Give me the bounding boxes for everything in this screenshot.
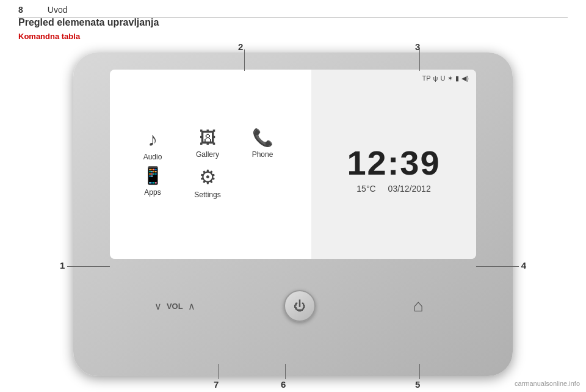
- apps-icon: 📱: [142, 167, 164, 184]
- battery-icon: ▮: [455, 74, 459, 82]
- icon-row-1: ♪ Audio 🖼 Gallery 📞 Phone: [122, 129, 299, 161]
- callout-4: 4: [521, 260, 526, 270]
- vol-label: VOL: [167, 302, 183, 311]
- callout-1: 1: [60, 260, 65, 270]
- screen-left-panel: ♪ Audio 🖼 Gallery 📞 Phone 📱: [110, 70, 311, 259]
- gallery-icon-item[interactable]: 🖼 Gallery: [189, 129, 226, 161]
- status-bar: TP ψ U ✶ ▮ ◀): [319, 74, 469, 82]
- power-icon: ⏻: [294, 299, 306, 313]
- settings-icon: ⚙: [199, 167, 217, 187]
- screen: ♪ Audio 🖼 Gallery 📞 Phone 📱: [110, 70, 476, 259]
- gallery-label: Gallery: [196, 150, 219, 159]
- power-button[interactable]: ⏻: [284, 290, 316, 322]
- apps-label: Apps: [144, 188, 161, 197]
- audio-icon-item[interactable]: ♪ Audio: [134, 129, 171, 161]
- audio-label: Audio: [143, 153, 162, 161]
- usb-icon: U: [440, 74, 445, 82]
- callout-4-line: [476, 266, 519, 267]
- vol-control: ∨ VOL ∧: [154, 300, 195, 312]
- callout-3-line: [419, 49, 420, 71]
- callout-7-line: [218, 364, 219, 379]
- phone-icon-item[interactable]: 📞 Phone: [244, 129, 281, 161]
- settings-icon-item[interactable]: ⚙ Settings: [189, 167, 226, 199]
- tp-status: TP: [422, 74, 430, 82]
- page-number: 8: [18, 5, 23, 15]
- temperature-display: 15°C: [356, 184, 375, 194]
- callout-1-line: [67, 266, 110, 267]
- section-subtitle: Komandna tabla: [18, 32, 80, 41]
- date-display: 03/12/2012: [388, 184, 431, 194]
- callout-6-line: [285, 364, 286, 379]
- phone-label: Phone: [252, 150, 273, 159]
- audio-icon: ♪: [148, 129, 157, 149]
- screen-right-panel: TP ψ U ✶ ▮ ◀) 12:39 15°C 03/12/2012: [311, 70, 476, 259]
- clock-time: 12:39: [347, 146, 440, 180]
- gallery-icon: 🖼: [199, 129, 216, 147]
- callout-7: 7: [214, 379, 219, 390]
- settings-label: Settings: [194, 191, 220, 199]
- volume-status-icon: ◀): [461, 74, 469, 82]
- icon-row-2: 📱 Apps ⚙ Settings: [122, 167, 299, 199]
- vol-down-button[interactable]: ∨: [154, 300, 162, 312]
- controls-area: ∨ VOL ∧ ⏻ ⌂: [110, 266, 476, 346]
- antenna-icon: ψ: [433, 74, 438, 82]
- clock-info: 15°C 03/12/2012: [356, 184, 430, 194]
- home-icon: ⌂: [413, 296, 424, 316]
- clock-area: 12:39 15°C 03/12/2012: [319, 85, 469, 254]
- callout-2: 2: [238, 42, 243, 52]
- bluetooth-icon: ✶: [447, 74, 453, 82]
- page-header: 8 Uvod: [18, 5, 568, 18]
- home-button[interactable]: ⌂: [405, 292, 432, 319]
- device-wrapper: ♪ Audio 🖼 Gallery 📞 Phone 📱: [73, 53, 513, 376]
- callout-5-line: [419, 364, 420, 379]
- callout-6: 6: [281, 379, 286, 390]
- device-container: ♪ Audio 🖼 Gallery 📞 Phone 📱: [18, 43, 568, 386]
- callout-5: 5: [415, 379, 420, 390]
- phone-icon: 📞: [252, 129, 273, 147]
- section-title: Pregled elemenata upravljanja: [18, 17, 159, 28]
- apps-icon-item[interactable]: 📱 Apps: [134, 167, 171, 199]
- watermark: carmanualsonline.info: [515, 380, 580, 387]
- vol-up-button[interactable]: ∧: [188, 300, 195, 312]
- page-chapter: Uvod: [48, 5, 68, 15]
- callout-2-line: [244, 49, 245, 71]
